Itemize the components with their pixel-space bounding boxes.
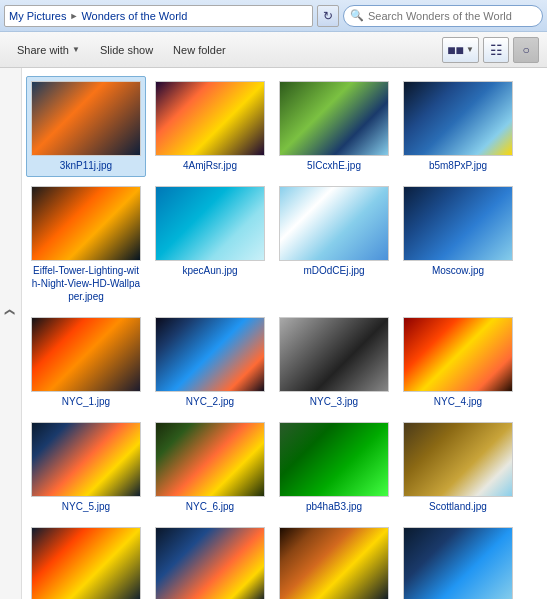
file-item[interactable]: NYC_3.jpg <box>274 312 394 413</box>
file-grid: 3knP11j.jpg4AmjRsr.jpg5ICcxhE.jpgb5m8PxP… <box>22 68 547 599</box>
file-name: NYC_5.jpg <box>62 500 110 513</box>
file-name: NYC_3.jpg <box>310 395 358 408</box>
file-name: kpecAun.jpg <box>182 264 237 277</box>
view-extra-icon: ○ <box>522 43 529 57</box>
file-name: pb4haB3.jpg <box>306 500 362 513</box>
file-name: NYC_6.jpg <box>186 500 234 513</box>
breadcrumb-part2: Wonders of the World <box>81 10 187 22</box>
view-list-icon: ☷ <box>490 42 503 58</box>
file-name: Scottland.jpg <box>429 500 487 513</box>
file-name: 3knP11j.jpg <box>60 159 112 172</box>
file-item[interactable]: pb4haB3.jpg <box>274 417 394 518</box>
file-item[interactable]: Scottland.jpg <box>398 417 518 518</box>
file-name: mDOdCEj.jpg <box>303 264 364 277</box>
file-item[interactable]: 4AmjRsr.jpg <box>150 76 270 177</box>
collapse-arrow-icon[interactable]: ❮ <box>5 308 16 316</box>
view-dropdown-arrow-icon: ▼ <box>466 45 474 54</box>
file-item[interactable]: NYC_5.jpg <box>26 417 146 518</box>
view-grid-icon: ■■ <box>447 42 464 58</box>
share-with-button[interactable]: Share with ▼ <box>8 36 89 64</box>
file-item[interactable]: NYC_6.jpg <box>150 417 270 518</box>
file-item[interactable]: Taj-Mahal-Seven-Wonders-of-the <box>150 522 270 599</box>
file-item[interactable]: NYC_2.jpg <box>150 312 270 413</box>
file-item[interactable]: Moscow.jpg <box>398 181 518 308</box>
refresh-button[interactable]: ↻ <box>317 5 339 27</box>
file-name: NYC_1.jpg <box>62 395 110 408</box>
file-item[interactable]: The-Great-Wall-of-China-Lighting <box>274 522 394 599</box>
file-item[interactable]: TimesSquare.jpg <box>398 522 518 599</box>
new-folder-label: New folder <box>173 44 226 56</box>
address-bar: My Pictures ► Wonders of the World ↻ 🔍 <box>0 0 547 32</box>
file-item[interactable]: 3knP11j.jpg <box>26 76 146 177</box>
file-item[interactable]: NYC_4.jpg <box>398 312 518 413</box>
main-area: ❮ 3knP11j.jpg4AmjRsr.jpg5ICcxhE.jpgb5m8P… <box>0 68 547 599</box>
slide-show-button[interactable]: Slide show <box>91 36 162 64</box>
file-item[interactable]: 5ICcxhE.jpg <box>274 76 394 177</box>
breadcrumb-part1: My Pictures <box>9 10 66 22</box>
file-name: 4AmjRsr.jpg <box>183 159 237 172</box>
file-name: Moscow.jpg <box>432 264 484 277</box>
search-box[interactable]: 🔍 <box>343 5 543 27</box>
share-with-label: Share with <box>17 44 69 56</box>
share-with-arrow-icon: ▼ <box>72 45 80 54</box>
file-name: NYC_2.jpg <box>186 395 234 408</box>
file-item[interactable]: kpecAun.jpg <box>150 181 270 308</box>
view-details-button[interactable]: ☷ <box>483 37 509 63</box>
file-item[interactable]: Singapore-12-M.jpg <box>26 522 146 599</box>
file-name: NYC_4.jpg <box>434 395 482 408</box>
left-panel: ❮ <box>0 68 22 599</box>
file-name: 5ICcxhE.jpg <box>307 159 361 172</box>
file-item[interactable]: b5m8PxP.jpg <box>398 76 518 177</box>
breadcrumb[interactable]: My Pictures ► Wonders of the World <box>4 5 313 27</box>
search-input[interactable] <box>368 10 518 22</box>
slide-show-label: Slide show <box>100 44 153 56</box>
file-item[interactable]: NYC_1.jpg <box>26 312 146 413</box>
search-icon: 🔍 <box>350 9 364 22</box>
toolbar: Share with ▼ Slide show New folder ■■ ▼ … <box>0 32 547 68</box>
view-options-button[interactable]: ■■ ▼ <box>442 37 479 63</box>
file-name: b5m8PxP.jpg <box>429 159 487 172</box>
file-name: Eiffel-Tower-Lighting-with-Night-View-HD… <box>31 264 141 303</box>
file-item[interactable]: Eiffel-Tower-Lighting-with-Night-View-HD… <box>26 181 146 308</box>
new-folder-button[interactable]: New folder <box>164 36 235 64</box>
view-extra-button[interactable]: ○ <box>513 37 539 63</box>
breadcrumb-separator: ► <box>69 11 78 21</box>
file-item[interactable]: mDOdCEj.jpg <box>274 181 394 308</box>
